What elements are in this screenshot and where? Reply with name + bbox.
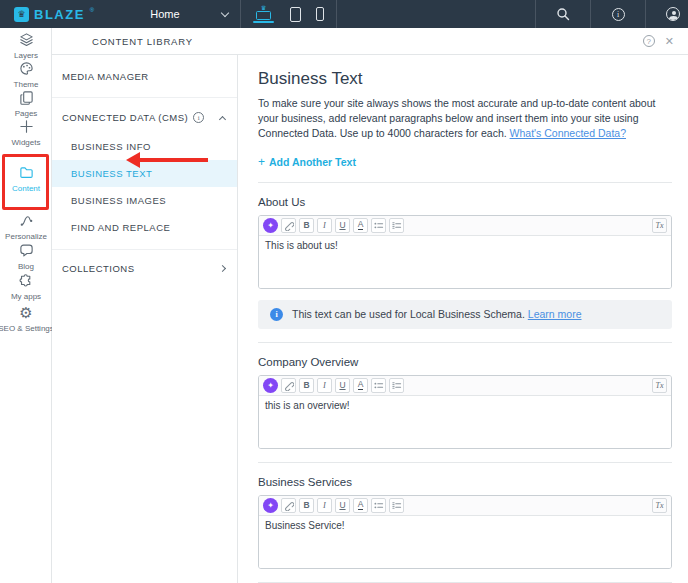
sidebar-item-content[interactable]: Content bbox=[0, 164, 52, 193]
theme-palette-icon bbox=[19, 60, 34, 77]
rich-text-editor-business-services: ✦ B I U A Tx Business Service! bbox=[258, 495, 672, 569]
sidebar-item-layers[interactable]: Layers bbox=[0, 31, 52, 60]
numbered-list-icon[interactable] bbox=[389, 218, 404, 233]
bullet-list-icon[interactable] bbox=[371, 498, 386, 513]
text-color-button[interactable]: A bbox=[353, 218, 368, 233]
numbered-list-icon[interactable] bbox=[389, 498, 404, 513]
numbered-list-icon[interactable] bbox=[389, 378, 404, 393]
italic-button[interactable]: I bbox=[317, 378, 332, 393]
chevron-right-icon bbox=[219, 265, 226, 272]
nav-item-media-manager[interactable]: MEDIA MANAGER bbox=[52, 55, 237, 98]
plus-icon bbox=[19, 118, 34, 135]
sidebar-item-pages[interactable]: Pages bbox=[0, 89, 52, 118]
topbar-divider bbox=[645, 0, 646, 28]
sidebar-item-personalize[interactable]: Personalize bbox=[0, 212, 52, 241]
topbar-divider bbox=[535, 0, 536, 28]
top-bar: ♛ BLAZE ® Home ♛ bbox=[0, 0, 688, 28]
plus-icon: + bbox=[258, 155, 265, 169]
underline-button[interactable]: U bbox=[335, 218, 350, 233]
learn-more-link[interactable]: Learn more bbox=[528, 308, 582, 320]
section-divider bbox=[258, 342, 672, 343]
mobile-preview-icon[interactable] bbox=[316, 7, 324, 21]
editor-toolbar: ✦ B I U A Tx bbox=[259, 376, 671, 396]
bold-button[interactable]: B bbox=[299, 218, 314, 233]
bullet-list-icon[interactable] bbox=[371, 218, 386, 233]
personalize-icon bbox=[19, 212, 34, 229]
section-divider bbox=[258, 182, 672, 183]
text-color-button[interactable]: A bbox=[353, 378, 368, 393]
italic-button[interactable]: I bbox=[317, 498, 332, 513]
left-sidebar: Layers Theme Pages Widgets Content bbox=[0, 28, 52, 583]
link-icon[interactable] bbox=[281, 218, 296, 233]
about-us-textarea[interactable]: This is about us! bbox=[259, 236, 671, 288]
nav-item-business-info[interactable]: BUSINESS INFO bbox=[52, 133, 237, 160]
sidebar-item-seo-settings[interactable]: ⚙ SEO & Settings bbox=[0, 304, 52, 333]
page-title: Business Text bbox=[258, 69, 672, 89]
speech-bubble-icon bbox=[19, 242, 34, 259]
sidebar-item-my-apps[interactable]: My apps bbox=[0, 272, 52, 301]
info-icon: i bbox=[270, 308, 283, 321]
chevron-down-icon bbox=[220, 8, 228, 16]
field-label-about-us: About Us bbox=[258, 196, 672, 208]
sidebar-item-blog[interactable]: Blog bbox=[0, 242, 52, 271]
blaze-logo[interactable]: ♛ BLAZE ® bbox=[14, 7, 94, 22]
puzzle-icon bbox=[19, 272, 34, 289]
clear-formatting-button[interactable]: Tx bbox=[652, 378, 667, 393]
nav-divider bbox=[52, 241, 237, 250]
trademark-mark: ® bbox=[90, 7, 94, 13]
topbar-divider bbox=[240, 0, 241, 28]
add-another-text-link[interactable]: + Add Another Text bbox=[258, 155, 356, 169]
underline-button[interactable]: U bbox=[335, 378, 350, 393]
clear-formatting-button[interactable]: Tx bbox=[652, 218, 667, 233]
italic-button[interactable]: I bbox=[317, 218, 332, 233]
nav-section-collections[interactable]: COLLECTIONS bbox=[52, 250, 237, 286]
help-icon[interactable]: ? bbox=[643, 35, 655, 47]
whats-connected-data-link[interactable]: What's Connected Data? bbox=[510, 127, 626, 139]
text-color-button[interactable]: A bbox=[353, 498, 368, 513]
business-services-textarea[interactable]: Business Service! bbox=[259, 516, 671, 568]
field-label-company-overview: Company Overview bbox=[258, 356, 672, 368]
underline-button[interactable]: U bbox=[335, 498, 350, 513]
topbar-divider bbox=[336, 0, 337, 28]
topbar-divider bbox=[590, 0, 591, 28]
content-library-nav: MEDIA MANAGER CONNECTED DATA (CMS) i BUS… bbox=[52, 55, 238, 583]
nav-item-business-images[interactable]: BUSINESS IMAGES bbox=[52, 187, 237, 214]
sidebar-item-theme[interactable]: Theme bbox=[0, 60, 52, 89]
info-icon[interactable]: i bbox=[603, 0, 633, 28]
schema-notice: i This text can be used for Local Busine… bbox=[258, 300, 672, 329]
pages-icon bbox=[19, 89, 34, 106]
blaze-logo-text: BLAZE bbox=[34, 7, 85, 22]
search-icon[interactable] bbox=[548, 0, 578, 28]
bullet-list-icon[interactable] bbox=[371, 378, 386, 393]
ai-assistant-button[interactable]: ✦ bbox=[263, 498, 278, 513]
close-icon[interactable]: ✕ bbox=[665, 36, 674, 47]
bold-button[interactable]: B bbox=[299, 378, 314, 393]
bold-button[interactable]: B bbox=[299, 498, 314, 513]
business-text-page: Business Text To make sure your site alw… bbox=[238, 55, 688, 583]
layers-icon bbox=[19, 31, 34, 48]
company-overview-textarea[interactable]: this is an overview! bbox=[259, 396, 671, 448]
ai-assistant-button[interactable]: ✦ bbox=[263, 378, 278, 393]
ai-assistant-button[interactable]: ✦ bbox=[263, 218, 278, 233]
app-window: ♛ BLAZE ® Home ♛ bbox=[0, 0, 688, 583]
link-icon[interactable] bbox=[281, 498, 296, 513]
crown-icon: ♛ bbox=[261, 5, 266, 11]
link-icon[interactable] bbox=[281, 378, 296, 393]
page-description: To make sure your site always shows the … bbox=[258, 96, 672, 142]
nav-item-find-and-replace[interactable]: FIND AND REPLACE bbox=[52, 214, 237, 241]
tablet-preview-icon[interactable] bbox=[290, 7, 301, 22]
desktop-preview-icon[interactable]: ♛ bbox=[253, 5, 275, 23]
page-dropdown[interactable]: Home bbox=[150, 8, 227, 20]
nav-section-connected-data[interactable]: CONNECTED DATA (CMS) i bbox=[52, 98, 237, 133]
blaze-logo-icon: ♛ bbox=[14, 7, 29, 22]
panel-title: CONTENT LIBRARY bbox=[92, 36, 193, 47]
folder-icon bbox=[19, 164, 34, 181]
info-icon[interactable]: i bbox=[193, 112, 204, 123]
rich-text-editor-company-overview: ✦ B I U A Tx this is an overview! bbox=[258, 375, 672, 449]
content-library-header: CONTENT LIBRARY ? ✕ bbox=[52, 28, 688, 55]
clear-formatting-button[interactable]: Tx bbox=[652, 498, 667, 513]
nav-item-business-text[interactable]: BUSINESS TEXT bbox=[52, 160, 237, 187]
page-dropdown-label: Home bbox=[150, 8, 179, 20]
sidebar-item-widgets[interactable]: Widgets bbox=[0, 118, 52, 147]
account-icon[interactable] bbox=[658, 0, 688, 28]
